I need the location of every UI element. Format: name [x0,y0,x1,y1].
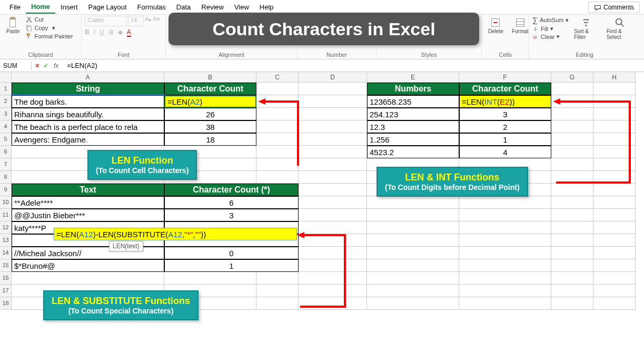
cell[interactable] [367,285,459,297]
bold-button[interactable]: B [85,28,90,37]
menu-insert[interactable]: Insert [55,1,83,13]
italic-button[interactable]: I [94,28,95,37]
menu-formulas[interactable]: Formulas [132,1,171,13]
cell[interactable]: Rihanna sings beautifully. [12,108,164,120]
cell[interactable]: 12.3 [367,120,459,133]
cell[interactable] [551,285,593,297]
cell[interactable]: 3 [164,209,299,221]
cell[interactable] [459,234,551,247]
row-header[interactable]: 1 [0,83,12,95]
row-header[interactable]: 6 [0,146,12,158]
fill-color-button[interactable]: ◆ [118,28,123,37]
row-header[interactable]: 16 [0,272,12,285]
cell[interactable] [256,158,299,171]
cell[interactable] [593,171,636,184]
font-grow-button[interactable]: A▴ [145,16,152,26]
cell[interactable] [256,171,299,184]
cell[interactable]: 26 [164,108,256,120]
cell[interactable] [551,120,593,133]
cell[interactable] [299,120,367,133]
menu-home[interactable]: Home [26,1,55,14]
cell[interactable] [593,297,636,310]
menu-help[interactable]: Help [254,1,279,13]
cell[interactable] [593,95,636,108]
cell[interactable]: 1.256 [367,133,459,146]
cell[interactable] [256,297,299,310]
row-header[interactable]: 17 [0,285,12,297]
cell[interactable]: The dog barks. [12,95,164,108]
cell[interactable]: @@Justin Bieber*** [12,209,164,221]
cell[interactable]: Text [12,184,164,196]
row-header[interactable]: 10 [0,196,12,209]
find-select-button[interactable]: Find & Select [603,16,637,41]
fill-button[interactable]: Fill ▾ [532,25,569,32]
cell[interactable] [299,196,367,209]
font-color-button[interactable]: A [127,28,131,37]
cell[interactable]: $*Bruno#@ [12,259,164,272]
cell[interactable]: Avengers: Endgame. [12,133,164,146]
select-all-corner[interactable] [0,72,12,83]
cell[interactable] [256,272,299,285]
menu-data[interactable]: Data [171,1,196,13]
cell[interactable]: Numbers [367,83,459,95]
cell[interactable]: **Adele**** [12,196,164,209]
cell[interactable] [593,234,636,247]
cell[interactable] [256,83,299,95]
font-shrink-button[interactable]: A▾ [153,16,160,26]
cell[interactable] [551,184,593,196]
autosum-button[interactable]: ∑ AutoSum ▾ [532,16,569,24]
row-header[interactable]: 3 [0,108,12,120]
cell[interactable] [367,247,459,259]
font-size-select[interactable]: 14 [128,16,144,26]
cell[interactable] [256,108,299,120]
cell[interactable] [459,272,551,285]
cell[interactable] [593,133,636,146]
row-header[interactable]: 8 [0,171,12,184]
cell[interactable]: 254.123 [367,108,459,120]
cell[interactable] [299,146,367,158]
cell[interactable] [593,285,636,297]
cell[interactable] [551,247,593,259]
name-box[interactable]: SUM [0,61,32,70]
row-header[interactable]: 9 [0,184,12,196]
cell[interactable] [593,158,636,171]
enter-formula-button[interactable]: ✓ [43,62,48,69]
cell[interactable] [551,158,593,171]
cell[interactable] [299,221,367,234]
row-header[interactable]: 2 [0,95,12,108]
cell[interactable]: String [12,83,164,95]
cell[interactable]: 2 [459,120,551,133]
cell[interactable] [299,171,367,184]
active-cell[interactable]: =LEN(A2) [164,95,256,108]
cell[interactable] [299,83,367,95]
cell[interactable] [367,221,459,234]
cell[interactable] [551,259,593,272]
cell[interactable] [299,297,367,310]
cell[interactable] [593,209,636,221]
cell[interactable] [551,83,593,95]
col-header-g[interactable]: G [551,72,593,83]
cell[interactable] [551,133,593,146]
format-painter-button[interactable]: Format Painter [25,33,73,40]
comments-button[interactable]: Comments [588,2,640,13]
cell[interactable] [256,285,299,297]
cell[interactable] [299,95,367,108]
border-button[interactable]: ⊞ [108,28,114,37]
row-header[interactable]: 15 [0,259,12,272]
cell[interactable] [256,95,299,108]
cell[interactable] [551,297,593,310]
cell[interactable] [367,272,459,285]
cell[interactable] [459,259,551,272]
cell[interactable]: 38 [164,120,256,133]
formula-input[interactable]: =LEN(A2) [64,60,644,70]
cell[interactable] [367,259,459,272]
row-header[interactable]: 12 [0,221,12,234]
cell[interactable] [299,133,367,146]
menu-page-layout[interactable]: Page Layout [83,1,132,13]
cell[interactable]: Character Count (*) [164,184,299,196]
cell[interactable] [551,196,593,209]
cell[interactable] [256,133,299,146]
cell[interactable] [299,272,367,285]
cell[interactable] [459,297,551,310]
cell[interactable]: Character Count [459,83,551,95]
